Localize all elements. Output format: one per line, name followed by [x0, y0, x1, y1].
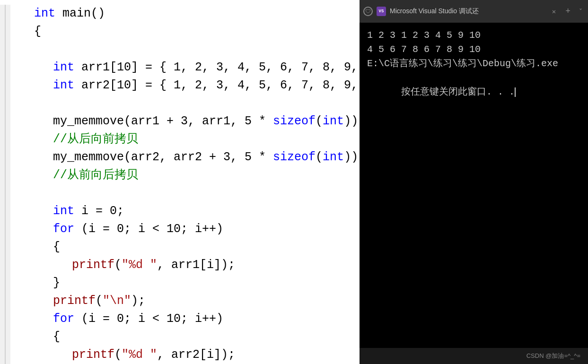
vs-icon: VS	[377, 7, 386, 16]
keyword: int	[53, 61, 74, 74]
line-gutter	[0, 184, 6, 202]
text: arr2[10] = { 1, 2, 3, 4, 5, 6, 7, 8, 9, …	[74, 78, 360, 92]
string: "\n"	[103, 294, 131, 308]
text: my_memmove(arr1 + 3, arr1, 5 *	[53, 114, 273, 128]
string: "%d "	[122, 258, 157, 272]
text: main()	[55, 7, 105, 20]
text: (	[316, 150, 323, 164]
line-gutter	[0, 238, 6, 256]
line-gutter	[0, 23, 6, 41]
code-line-13: for (i = 0; i < 10; i++)	[0, 220, 360, 238]
code-line-8: //从后向前拷贝	[0, 130, 360, 148]
line-dot	[6, 256, 10, 274]
line-dot	[6, 202, 10, 220]
line-code: //从后向前拷贝	[10, 130, 138, 148]
line-code: int main()	[10, 5, 105, 23]
code-line-5: int arr2[10] = { 1, 2, 3, 4, 5, 6, 7, 8,…	[0, 77, 360, 95]
line-gutter	[0, 256, 6, 274]
line-gutter	[0, 77, 6, 95]
line-code: for (i = 0; i < 10; i++)	[10, 220, 223, 238]
function: printf	[72, 348, 114, 362]
tab-title: Microsoft Visual Studio 调试还	[390, 7, 545, 16]
line-dot	[6, 113, 10, 130]
terminal-body: 1 2 3 1 2 3 4 5 9 10 4 5 6 7 8 6 7 8 9 1…	[360, 23, 588, 348]
text: {	[53, 240, 60, 254]
line-gutter	[0, 148, 6, 166]
line-gutter	[0, 292, 6, 310]
line-dot	[6, 292, 10, 310]
footer-text: CSDN @加油=^_^=	[527, 352, 580, 359]
line-code: printf("%d ", arr1[i]);	[10, 256, 235, 274]
code-line-12: int i = 0;	[0, 202, 360, 220]
code-line-17: printf("\n");	[0, 292, 360, 310]
line-code: my_memmove(arr1 + 3, arr1, 5 * sizeof(in…	[10, 113, 360, 130]
line-gutter	[0, 95, 6, 113]
line-dot	[6, 184, 10, 202]
line-code: printf("\n");	[10, 292, 145, 310]
line-dot	[6, 23, 10, 41]
tab-chevron-icon[interactable]: ˅	[577, 7, 584, 17]
line-dot	[6, 77, 10, 95]
line-gutter	[0, 41, 6, 59]
keyword: sizeof	[273, 114, 316, 128]
code-line-4: int arr1[10] = { 1, 2, 3, 4, 5, 6, 7, 8,…	[0, 59, 360, 77]
line-dot	[6, 274, 10, 292]
line-code	[10, 95, 41, 113]
code-line-18: for (i = 0; i < 10; i++)	[0, 310, 360, 328]
line-code: int arr1[10] = { 1, 2, 3, 4, 5, 6, 7, 8,…	[10, 59, 360, 77]
line-gutter	[0, 310, 6, 328]
text: (i = 0; i < 10; i++)	[74, 222, 223, 236]
line-gutter	[0, 220, 6, 238]
text: (i = 0; i < 10; i++)	[74, 312, 223, 326]
terminal-footer: CSDN @加油=^_^=	[360, 348, 588, 364]
line-dot	[6, 5, 10, 23]
line-gutter	[0, 328, 6, 346]
function: printf	[53, 294, 96, 308]
code-line-blank3	[0, 184, 360, 202]
line-gutter	[0, 130, 6, 148]
line-dot	[6, 95, 10, 113]
line-code: int arr2[10] = { 1, 2, 3, 4, 5, 6, 7, 8,…	[10, 77, 360, 95]
terminal-cursor	[515, 87, 516, 97]
text: ));	[344, 150, 360, 164]
text: {	[34, 25, 41, 38]
keyword: for	[53, 222, 74, 236]
text: (	[316, 114, 323, 128]
code-line-15: printf("%d ", arr1[i]);	[0, 256, 360, 274]
line-code: //从前向后拷贝	[10, 166, 138, 184]
keyword: sizeof	[273, 150, 316, 164]
text: , arr1[i]);	[157, 258, 235, 272]
tab-close-button[interactable]: ✕	[549, 7, 559, 17]
line-gutter	[0, 59, 6, 77]
line-dot	[6, 41, 10, 59]
terminal-panel: 🛡 VS Microsoft Visual Studio 调试还 ✕ + ˅ 1…	[360, 0, 588, 364]
code-line-7: my_memmove(arr1 + 3, arr1, 5 * sizeof(in…	[0, 113, 360, 130]
line-dot	[6, 220, 10, 238]
line-gutter	[0, 166, 6, 184]
shield-symbol: 🛡	[365, 8, 371, 15]
terminal-output-line-1: 1 2 3 1 2 3 4 5 9 10	[367, 28, 580, 43]
keyword: for	[53, 312, 74, 326]
tab-add-button[interactable]: +	[562, 6, 573, 17]
line-code: {	[10, 23, 41, 41]
code-lines: int main() { int arr1[10] = { 1, 2, 3, 4…	[0, 5, 360, 364]
terminal-output-line-3: E:\C语言练习\练习\练习\Debug\练习.exe	[367, 57, 580, 71]
text: arr1[10] = { 1, 2, 3, 4, 5, 6, 7, 8, 9, …	[74, 61, 360, 74]
line-dot	[6, 59, 10, 77]
code-line-blank	[0, 41, 360, 59]
function: printf	[72, 258, 114, 272]
keyword: int	[53, 204, 74, 218]
line-code	[10, 41, 41, 59]
code-line-19: {	[0, 328, 360, 346]
terminal-output-line-2: 4 5 6 7 8 6 7 8 9 10	[367, 43, 580, 57]
line-gutter	[0, 274, 6, 292]
line-dot	[6, 130, 10, 148]
code-line-10: //从前向后拷贝	[0, 166, 360, 184]
code-line-16: }	[0, 274, 360, 292]
text: );	[131, 294, 145, 308]
keyword: int	[323, 150, 344, 164]
line-code: my_memmove(arr2, arr2 + 3, 5 * sizeof(in…	[10, 148, 360, 166]
code-line-2: {	[0, 23, 360, 41]
comment: //从前向后拷贝	[53, 168, 138, 182]
line-code	[10, 184, 41, 202]
